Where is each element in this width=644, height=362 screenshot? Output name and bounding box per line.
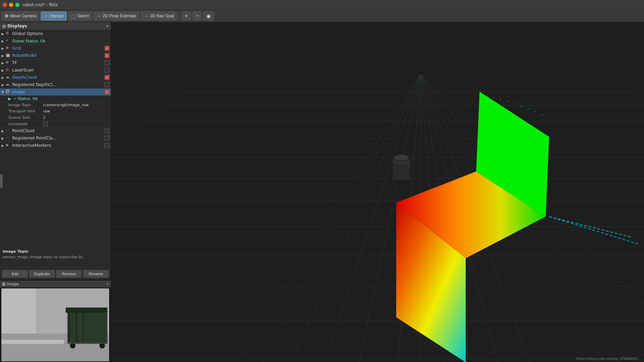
close-button[interactable] xyxy=(3,3,7,7)
laser-scan-checkbox[interactable] xyxy=(105,68,109,73)
display-item-global-status[interactable]: ▶ ✓ Global Status: Ok xyxy=(0,37,111,45)
display-item-robot-model[interactable]: ▶ 🤖 RobotModel xyxy=(0,52,111,59)
svg-rect-5 xyxy=(67,309,107,344)
remove-button[interactable]: Remove xyxy=(56,270,82,278)
interactive-markers-checkbox[interactable] xyxy=(105,143,109,148)
robot-model-checkbox[interactable] xyxy=(105,53,109,58)
expand-arrow: ▶ xyxy=(1,47,6,50)
resize-icon: ⋮ xyxy=(0,179,3,183)
unreliable-label: Unreliable xyxy=(8,122,43,126)
svg-point-60 xyxy=(464,339,465,340)
tf-icon: ⊕ xyxy=(6,60,11,66)
move-camera-label: Move Camera xyxy=(10,14,36,18)
options-icon: ⚙ xyxy=(6,31,11,36)
minus-button[interactable] xyxy=(193,11,202,20)
display-item-point-cloud[interactable]: ▶ ⋯ PointCloud xyxy=(0,127,111,135)
maximize-button[interactable] xyxy=(15,3,19,7)
window-controls[interactable] xyxy=(3,3,19,7)
registered-pointcloud-checkbox[interactable] xyxy=(105,136,109,141)
image-panel: 🖼 Image × xyxy=(0,280,111,362)
displays-close-button[interactable]: × xyxy=(106,23,109,29)
display-item-grid[interactable]: ▶ ⊞ Grid xyxy=(0,45,111,52)
display-name-image: Image xyxy=(12,90,105,94)
svg-point-52 xyxy=(410,322,411,323)
expand-arrow: ▶ xyxy=(1,32,6,36)
displays-panel: ▦ Displays × ▶ ⚙ Global Options ▶ ✓ Glob… xyxy=(0,22,111,247)
expand-arrow: ▶ xyxy=(1,54,6,58)
buttons-row: Add Duplicate Remove Rename xyxy=(0,268,111,280)
toolbar: Move Camera Interact Select 2D Pose Esti… xyxy=(0,10,644,22)
svg-point-62 xyxy=(408,314,409,315)
pose-icon xyxy=(97,13,101,19)
markers-icon: ◈ xyxy=(6,143,11,148)
expand-arrow: ▶ xyxy=(1,68,6,72)
select-button[interactable]: Select xyxy=(68,11,92,20)
image-checkbox[interactable] xyxy=(105,90,109,94)
display-name-robot-model: RobotModel xyxy=(12,53,105,58)
display-item-image[interactable]: ▼ 🖼 Image xyxy=(0,89,111,96)
display-name-laser-scan: LaserScan xyxy=(12,68,105,73)
queue-size-label: Queue Size xyxy=(8,115,43,120)
svg-point-61 xyxy=(401,310,402,311)
grid-checkbox[interactable] xyxy=(105,46,109,51)
displays-title: Displays xyxy=(7,24,27,28)
display-subitem-queue-size: Queue Size 2 xyxy=(0,115,111,121)
laser-icon: ◎ xyxy=(6,67,11,73)
interact-button[interactable]: Interact xyxy=(41,11,67,20)
display-subitem-image-topic: Image Topic /camera/rgb/image_raw xyxy=(0,102,111,108)
unreliable-checkbox[interactable] xyxy=(43,121,48,126)
svg-point-53 xyxy=(417,325,418,326)
svg-rect-11 xyxy=(83,313,84,342)
left-panel: ▦ Displays × ▶ ⚙ Global Options ▶ ✓ Glob… xyxy=(0,22,111,362)
svg-rect-9 xyxy=(69,313,70,342)
image-panel-close-button[interactable]: × xyxy=(106,281,109,286)
display-item-laser-scan[interactable]: ▶ ◎ LaserScan xyxy=(0,67,111,74)
pose-estimate-button[interactable]: 2D Pose Estimate xyxy=(93,11,139,20)
expand-arrow: ▶ xyxy=(1,83,6,87)
rename-button[interactable]: Rename xyxy=(83,270,109,278)
display-name-tf: TF xyxy=(12,60,105,65)
window-title: robot.rviz* - RViz xyxy=(23,2,58,7)
expand-arrow: ▶ xyxy=(1,76,6,79)
svg-point-50 xyxy=(398,313,399,314)
svg-point-46 xyxy=(394,155,408,160)
scene-svg xyxy=(111,22,644,362)
move-camera-button[interactable]: Move Camera xyxy=(1,11,39,20)
minimize-button[interactable] xyxy=(9,3,13,7)
duplicate-button[interactable]: Duplicate xyxy=(29,270,55,278)
displays-list: ▶ ⚙ Global Options ▶ ✓ Global Status: Ok… xyxy=(0,30,111,247)
status-check-icon: ✓ xyxy=(14,96,17,101)
add-point-button[interactable] xyxy=(182,11,191,20)
display-item-tf[interactable]: ▶ ⊕ TF xyxy=(0,59,111,67)
point-cloud-checkbox[interactable] xyxy=(105,128,109,133)
expand-arrow: ▶ xyxy=(1,144,6,148)
image-panel-title: Image xyxy=(7,282,19,286)
display-item-registered-pointcloud[interactable]: ▶ ⋯ Registered PointClo... xyxy=(0,135,111,142)
display-item-depth-cloud[interactable]: ▶ ☁ DepthCloud xyxy=(0,74,111,81)
display-subitem-status: ▶ ✓ Status: Ok xyxy=(0,96,111,102)
3d-viewport[interactable]: https://blog.csdn.net/qq_37668843... xyxy=(111,22,644,362)
depth-cloud-checkbox[interactable] xyxy=(105,75,109,80)
resize-handle[interactable]: ⋮ xyxy=(0,174,3,188)
display-item-registered-depth[interactable]: ▶ ☁ Registered DepthCl... xyxy=(0,81,111,89)
svg-point-54 xyxy=(424,327,425,328)
robot-icon: 🤖 xyxy=(6,53,11,58)
svg-point-66 xyxy=(493,98,494,99)
tf-checkbox[interactable] xyxy=(105,60,109,65)
display-subitem-unreliable: Unreliable xyxy=(0,121,111,127)
registered-depth-checkbox[interactable] xyxy=(105,82,109,87)
nav-goal-button[interactable]: 2D Nav Goal xyxy=(141,11,177,20)
camera-button[interactable] xyxy=(203,11,214,20)
image-topic-value: /camera/rgb/image_raw xyxy=(43,103,89,107)
select-label: Select xyxy=(77,14,89,18)
svg-point-69 xyxy=(514,103,515,104)
display-item-global-options[interactable]: ▶ ⚙ Global Options xyxy=(0,30,111,37)
svg-point-51 xyxy=(403,319,404,320)
info-description: sensor_msgs::Image topic to subscribe to… xyxy=(3,255,108,259)
status-ok-icon: ✓ xyxy=(6,38,11,44)
add-button[interactable]: Add xyxy=(2,270,28,278)
info-panel: Image Topic sensor_msgs::Image topic to … xyxy=(0,247,111,268)
expand-arrow: ▶ xyxy=(1,136,6,140)
grid-icon: ⊞ xyxy=(6,45,11,51)
display-item-interactive-markers[interactable]: ▶ ◈ InteractiveMarkers xyxy=(0,142,111,149)
